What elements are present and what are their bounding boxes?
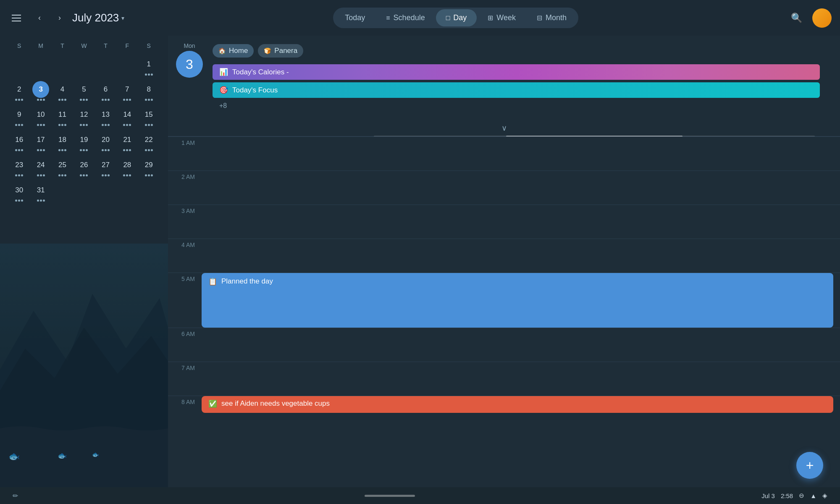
time-label: 3 AM [168,205,202,214]
day-dots [37,124,45,127]
calendar-day-19[interactable]: 19 [73,130,94,154]
calories-icon: 📊 [219,68,228,76]
calendar-day-30[interactable]: 30 [8,180,30,205]
calendar-day-5[interactable]: 5 [73,79,94,104]
time-slot-1am: 1 AM [168,136,840,171]
weekday-header: S M T W T F S [8,40,160,52]
time-label: 7 AM [168,362,202,371]
day-label-col: Mon 3 [175,42,204,78]
calendar-day-17[interactable]: 17 [30,130,51,154]
day-dots [102,174,110,178]
calendar-day-29[interactable]: 29 [138,155,160,179]
weekday-fri: F [116,40,138,52]
calendar-day-empty [73,54,94,79]
calendar-day-28[interactable]: 28 [116,155,138,179]
time-label: 8 AM [168,396,202,405]
event-planned[interactable]: 📋Planned the day [202,273,833,328]
calendar-day-12[interactable]: 12 [73,105,94,129]
day-dots [102,149,110,152]
focus-icon: 🎯 [219,86,228,94]
day-dots [80,99,88,102]
view-day[interactable]: □ Day [436,9,477,26]
view-today[interactable]: Today [335,9,375,26]
mini-calendar: S M T W T F S 12345678910111213141516171… [0,36,168,487]
calendar-day-empty [52,54,73,79]
calendar-day-14[interactable]: 14 [116,105,138,129]
calendar-day-1[interactable]: 1 [138,54,160,79]
calendar-day-31[interactable]: 31 [30,180,51,205]
view-schedule[interactable]: ≡ Schedule [376,9,435,26]
calendar-day-20[interactable]: 20 [95,130,116,154]
day-icon: □ [446,14,450,22]
event-task[interactable]: ✅see if Aiden needs vegetable cups [202,396,833,413]
calendar-day-13[interactable]: 13 [95,105,116,129]
time-scroll[interactable]: 1 AM2 AM3 AM4 AM5 AM📋Planned the day6 AM… [168,136,840,487]
status-bar-right: Jul 3 2:58 ⊖ ▲ ◈ [761,492,827,499]
day-dots [37,174,45,178]
planned-event-label: Planned the day [221,277,273,286]
time-slot-5am: 5 AM📋Planned the day [168,273,840,328]
day-dots [80,149,88,152]
view-switcher-container: Today ≡ Schedule □ Day ⊞ Week ⊟ Month [124,8,787,28]
calendar-day-2[interactable]: 2 [8,79,30,104]
calendar-day-25[interactable]: 25 [52,155,73,179]
calendar-day-6[interactable]: 6 [95,79,116,104]
calendar-day-22[interactable]: 22 [138,130,160,154]
calendar-day-3[interactable]: 3 [30,79,51,104]
calendar-day-10[interactable]: 10 [30,105,51,129]
calendar-day-26[interactable]: 26 [73,155,94,179]
month-dropdown-arrow: ▾ [121,15,124,21]
event-panera[interactable]: 🍞 Panera [258,44,303,58]
calendar-day-9[interactable]: 9 [8,105,30,129]
calendar-day-empty [30,54,51,79]
time-label: 1 AM [168,137,202,146]
calendar-day-23[interactable]: 23 [8,155,30,179]
menu-button[interactable] [8,9,27,27]
home-event-icon: 🏠 [218,47,226,54]
user-avatar[interactable] [812,8,832,28]
calories-label: Today's Calories - [232,68,289,76]
month-title[interactable]: July 2023 ▾ [72,11,124,24]
calendar-day-27[interactable]: 27 [95,155,116,179]
all-day-events: 🏠 Home 🍞 Panera 📊 Today's Calories - [213,42,833,111]
calendar-day-empty [138,180,160,205]
time-slot-4am: 4 AM [168,239,840,273]
next-month-button[interactable]: › [52,10,67,26]
search-button[interactable]: 🔍 [787,9,806,27]
time-label: 2 AM [168,171,202,180]
event-home[interactable]: 🏠 Home [213,44,254,58]
prev-month-button[interactable]: ‹ [32,10,47,26]
collapse-button[interactable]: ∨ [501,123,507,133]
day-dots [102,99,110,102]
time-label: 4 AM [168,239,202,248]
calendar-day-11[interactable]: 11 [52,105,73,129]
focus-label: Today's Focus [232,86,278,94]
calendar-day-24[interactable]: 24 [30,155,51,179]
add-event-button[interactable]: + [796,452,823,479]
view-month[interactable]: ⊟ Month [527,9,577,26]
signal-icon: ◈ [822,492,827,499]
calendar-day-8[interactable]: 8 [138,79,160,104]
calendar-day-16[interactable]: 16 [8,130,30,154]
time-content [202,362,840,396]
calendar-day-21[interactable]: 21 [116,130,138,154]
time-content [202,171,840,205]
calendar-day-18[interactable]: 18 [52,130,73,154]
status-bar: ✏ Jul 3 2:58 ⊖ ▲ ◈ [0,487,840,504]
calendar-day-empty [52,180,73,205]
day-dots [15,149,23,152]
more-events[interactable]: +8 [213,100,833,111]
day-number-circle[interactable]: 3 [176,51,203,78]
status-time: 2:58 [781,492,793,499]
calendar-day-7[interactable]: 7 [116,79,138,104]
day-dots [145,149,153,152]
event-focus[interactable]: 🎯 Today's Focus [213,82,820,98]
day-dots [15,174,23,178]
view-week[interactable]: ⊞ Week [478,9,526,26]
calendar-day-4[interactable]: 4 [52,79,73,104]
home-indicator[interactable] [365,495,415,497]
calendar-day-15[interactable]: 15 [138,105,160,129]
event-calories[interactable]: 📊 Today's Calories - [213,64,820,80]
day-dots [37,149,45,152]
status-bar-center [18,495,761,497]
